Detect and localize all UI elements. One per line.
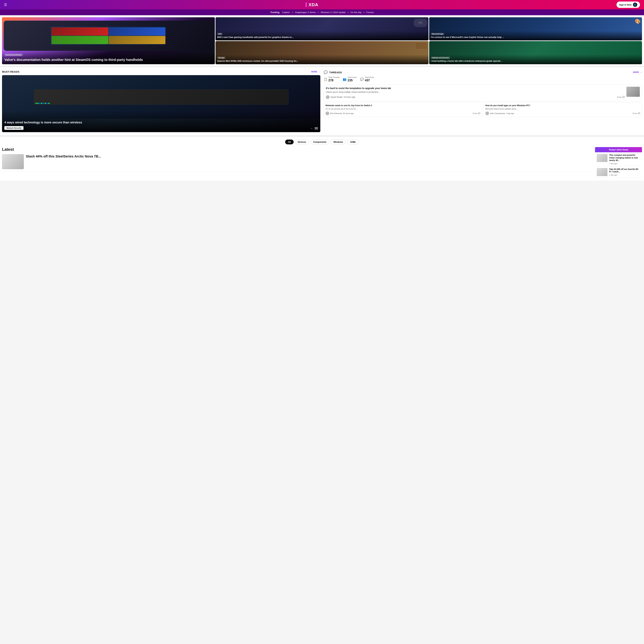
thread-joycon-meta: Rich Edmonds 22 hours ago Posts 💬 [326,112,480,115]
hero-sub-msi[interactable]: 🎮 MSI MSI's new Claw gaming handhelds ad… [216,17,428,40]
latest-section-title: Latest [2,147,592,152]
ssd-icon [415,42,427,49]
joycon-time: 22 hours ago [343,112,354,114]
main-thread-content: It's hard to resist the temptation to up… [326,87,625,99]
threads-more-arrow-icon: → [640,71,642,74]
hero-sub-storage-overlay: Storage Satechi Mini NVMe SSD enclosure … [216,55,428,64]
copilot-icon: 🎨 [635,19,641,24]
hero-sub-edge-overlay: Microsoft Edge I'm curious to see if Mic… [429,31,642,40]
hero-sub-msi-title: MSI's new Claw gaming handhelds add powe… [217,36,427,39]
joycon-avatar [326,112,329,115]
avatar: 👤 [633,3,637,7]
trending-item-copilot[interactable]: Copilot+ [282,11,290,14]
must-read-card[interactable]: 4 ways wired technology is more secure t… [2,75,320,132]
trending-item-snapdragon[interactable]: Snapdragon X Series [295,11,316,14]
logo-text: XDA [309,2,318,7]
deals-sidebar: Today's Best Deals This compact and powe… [595,147,642,178]
hero-main-overlay: Gaming Handhelds Valve's documentation h… [2,51,215,64]
signin-button[interactable]: Sign In Now 👤 [616,2,640,8]
windows-avatar [485,112,489,115]
nav-prev-arrow[interactable]: ← [311,127,313,130]
trending-dot-4 [364,12,364,13]
deals-header: Today's Best Deals [595,147,642,152]
steam-deck-screen [51,27,166,45]
hero-sub-software-overlay: Software and Services I tried building a… [429,55,642,64]
hero-sub-software[interactable]: Software and Services I tried building a… [429,41,642,64]
threads-title: THREADS [329,71,342,74]
threads-column: 💬 THREADS MORE → 📋 Total Threads 278 👥 T… [324,70,642,132]
hero-sub-edge-title: I'm curious to see if Microsoft's new Co… [431,36,640,39]
game-thumb-3 [51,36,108,44]
filter-tab-devices[interactable]: Devices [295,140,309,144]
must-reads-title: MUST-READS [2,70,19,73]
trending-item-forums[interactable]: Forums [366,11,374,14]
threads-icon: 💬 [324,70,328,74]
trending-item-onthisday[interactable]: On this day [351,11,362,14]
stat-threads: 📋 Total Threads 278 [324,76,339,82]
posts-stat-label: Total Posts [365,76,374,78]
latest-article-steelseries[interactable]: Slash 44% off this SteelSeries Arctic No… [2,154,592,172]
must-reads-more-link[interactable]: MORE → [311,70,320,73]
hero-sub-edge[interactable]: 🎨 Microsoft Edge I'm curious to see if M… [429,17,642,40]
deal-item-wifi[interactable]: Take $1,000 off our favorite Wi-Fi 7 mes… [595,166,642,178]
main-thread-author-name: Ayush Pande [331,96,342,98]
hero-sub-software-title: I tried building a home lab with a hardc… [431,60,640,63]
nav-line-1 [315,127,318,128]
joycon-posts-label: Posts [473,112,477,114]
latest-layout: Latest Slash 44% off this SteelSeries Ar… [2,147,642,178]
trending-dot-2 [318,12,319,13]
joycon-posts: Posts 💬 [473,112,480,114]
filter-tab-windows[interactable]: Windows [331,140,346,144]
windows-posts-label: Posts [632,112,637,114]
nav-line-2 [315,128,318,128]
trending-item-windows[interactable]: Windows 11 2024 Update [321,11,346,14]
thread-joycon-author: Rich Edmonds 22 hours ago [326,112,354,115]
main-thread-thumb [626,87,640,97]
users-stat-label: Total Users [347,76,357,78]
latest-articles: Latest Slash 44% off this SteelSeries Ar… [2,147,592,178]
deal-item-anker[interactable]: This compact and powerful Anker charging… [595,152,642,166]
main-thread-title: It's hard to resist the temptation to up… [326,87,625,90]
windows-author-name: João Carrasqueira [490,112,505,114]
port-6 [45,103,46,104]
site-logo[interactable]: ⟦ XDA [305,2,318,7]
windows-posts-icon: 💬 [638,112,640,114]
menu-icon[interactable]: ☰ [4,3,7,7]
hero-sub-storage[interactable]: Storage Satechi Mini NVMe SSD enclosure … [216,41,428,64]
threads-stat-icon: 📋 [324,77,327,81]
main-thread-card[interactable]: It's hard to resist the temptation to up… [324,85,642,101]
hero-image-visual [4,21,213,51]
threads-more-link[interactable]: MORE → [633,71,642,74]
nav-line-3 [315,129,318,129]
deal-anker-img [597,154,607,162]
site-header: ☰ ⟦ XDA Sign In Now 👤 [0,0,644,9]
deal-wifi-time: 1 day ago [609,174,640,176]
filter-tab-aiml[interactable]: AI/ML [347,140,359,144]
windows-posts: Posts 💬 [632,112,640,114]
main-thread-posts: Posts 💬 [617,96,625,98]
filter-tab-all[interactable]: All [285,140,294,144]
main-thread-avatar [326,95,330,99]
thread-card-joycon[interactable]: Nintendo needs to sort its Joy-Cons for … [324,102,482,117]
hero-main-card[interactable]: Gaming Handhelds Valve's documentation h… [2,17,215,64]
users-stat-icon: 👥 [343,77,346,81]
posts-label: Posts [617,96,622,98]
windows-time: 1 day ago [506,112,514,114]
threads-stat-label: Total Threads [328,76,339,78]
controller-icon: 🎮 [414,19,427,27]
latest-article-img [2,154,24,169]
must-read-tag-button[interactable]: Network Security [4,126,23,130]
threads-title-row: 💬 THREADS [324,70,342,74]
filter-tab-components[interactable]: Components [310,140,329,144]
card-nav: ← [311,127,318,130]
posts-stat-count: 437 [365,79,374,82]
joycon-posts-icon: 💬 [478,112,480,114]
must-read-card-title: 4 ways wired technology is more secure t… [4,121,318,124]
stat-posts: 💬 Total Posts 437 [360,76,374,82]
small-thread-cards: Nintendo needs to sort its Joy-Cons for … [324,102,642,117]
thread-card-windows[interactable]: How do you install apps on your Windows … [484,102,642,117]
hero-main-title: Valve's documentation holds another hint… [4,58,212,62]
hero-sub-storage-title: Satechi Mini NVMe SSD enclosure review: … [217,60,427,63]
thread-joycon-excerpt: I'm on my second set of Joy-Cons for ... [326,108,480,110]
section-divider-2 [0,136,644,136]
